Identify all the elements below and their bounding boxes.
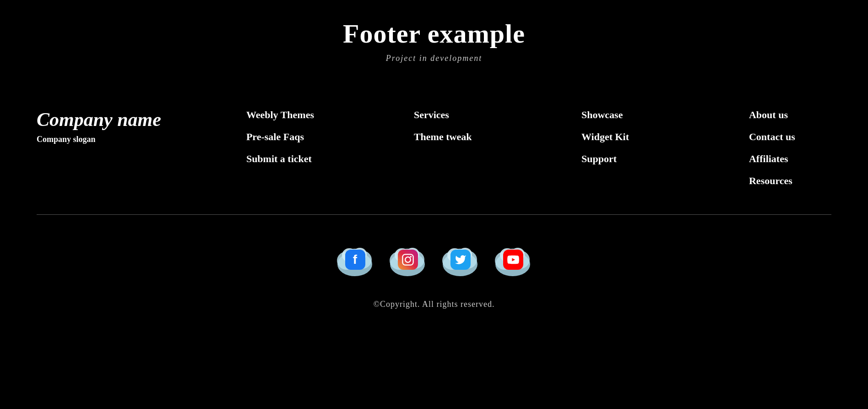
twitter-inner-icon [450,250,471,270]
nav-link-affiliates[interactable]: Affiliates [749,153,831,165]
nav-link-widget-kit[interactable]: Widget Kit [581,131,664,143]
svg-rect-12 [402,254,413,265]
instagram-icon[interactable] [386,238,429,281]
footer-bottom: f [0,215,868,327]
nav-link-resources[interactable]: Resources [749,175,831,187]
nav-link-submit-ticket[interactable]: Submit a ticket [246,153,329,165]
nav-link-theme-tweak[interactable]: Theme tweak [414,131,496,143]
page-header: Footer example Project in development [0,0,868,72]
nav-column-3: Showcase Widget Kit Support [581,109,664,165]
nav-link-services[interactable]: Services [414,109,496,121]
facebook-icon[interactable]: f [333,238,377,281]
footer-main: Company name Company slogan Weebly Theme… [0,72,868,214]
company-column: Company name Company slogan [37,109,161,144]
nav-column-1: Weebly Themes Pre-sale Faqs Submit a tic… [246,109,329,165]
page-subtitle: Project in development [0,54,868,63]
svg-point-13 [405,257,411,262]
nav-link-weebly-themes[interactable]: Weebly Themes [246,109,329,121]
nav-link-about-us[interactable]: About us [749,109,831,121]
social-icons-row: f [333,238,535,281]
company-slogan: Company slogan [37,135,161,144]
instagram-inner-icon [398,250,418,270]
nav-link-contact-us[interactable]: Contact us [749,131,831,143]
nav-column-2: Services Theme tweak [414,109,496,143]
svg-point-14 [410,256,412,257]
nav-link-support[interactable]: Support [581,153,664,165]
company-name: Company name [37,109,161,130]
youtube-inner-icon [503,250,523,270]
nav-link-showcase[interactable]: Showcase [581,109,664,121]
nav-column-4: About us Contact us Affiliates Resources [749,109,831,187]
nav-link-presale-faqs[interactable]: Pre-sale Faqs [246,131,329,143]
youtube-icon[interactable] [491,238,535,281]
copyright-text: ©Copyright. All rights reserved. [373,300,494,309]
page-title: Footer example [0,18,868,49]
twitter-icon[interactable] [439,238,482,281]
facebook-inner-icon: f [345,250,365,270]
